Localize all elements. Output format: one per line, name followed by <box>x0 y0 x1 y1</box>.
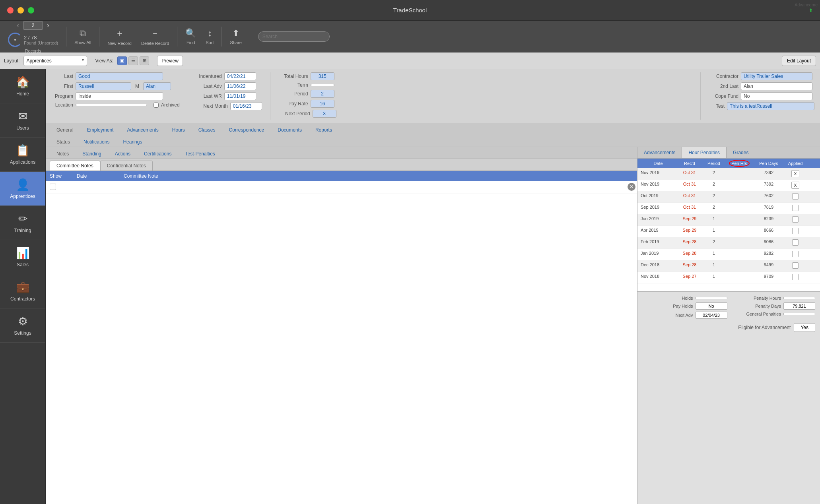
view-icon-list[interactable]: ☰ <box>128 56 138 65</box>
last-wr-value[interactable]: 11/01/19 <box>224 92 256 100</box>
tab-committee-notes[interactable]: Committee Notes <box>50 161 100 171</box>
layout-select[interactable] <box>23 56 87 66</box>
tab-standing[interactable]: Standing <box>76 149 108 159</box>
applied-x-0[interactable]: X <box>791 170 799 177</box>
cope-fund-value[interactable]: No <box>741 92 812 100</box>
tab-employment[interactable]: Employment <box>80 125 120 135</box>
test-value[interactable]: This is a testRussell <box>727 102 814 110</box>
rtd-applied-0[interactable]: X <box>785 170 806 177</box>
nav-back-button[interactable]: ‹ <box>15 19 21 31</box>
sidebar-item-apprentices[interactable]: 👤 Apprentices <box>0 172 45 206</box>
sidebar-item-contractors[interactable]: 💼 Contractors <box>0 274 45 308</box>
rtd-applied-5[interactable] <box>785 228 806 235</box>
sidebar-item-training[interactable]: ✏ Training <box>0 206 45 240</box>
sidebar-item-sales[interactable]: 📊 Sales <box>0 240 45 274</box>
applied-check-6[interactable] <box>792 239 799 246</box>
contractor-row: Contractor Utility Trailer Sales <box>709 72 814 80</box>
show-all-group[interactable]: ⧉ Show All <box>70 28 95 45</box>
tab-certifications[interactable]: Certifications <box>137 149 178 159</box>
sidebar-item-users[interactable]: ✉ Users <box>0 103 45 138</box>
delete-record-group[interactable]: － Delete Record <box>137 27 173 46</box>
tab-correspondence[interactable]: Correspondence <box>222 125 271 135</box>
rtd-applied-1[interactable]: X <box>785 182 806 189</box>
rtd-applied-8[interactable] <box>785 262 806 269</box>
applied-check-2[interactable] <box>792 193 799 200</box>
rtd-period-2: 2 <box>703 193 724 200</box>
applied-check-3[interactable] <box>792 205 799 211</box>
applied-check-4[interactable] <box>792 216 799 223</box>
rtd-applied-7[interactable] <box>785 251 806 258</box>
share-group[interactable]: ⬆ Share <box>226 28 245 45</box>
pay-holds-value[interactable]: No <box>696 302 727 310</box>
indentured-value[interactable]: 04/22/21 <box>224 72 256 80</box>
view-icon-table[interactable]: ⊞ <box>140 56 149 65</box>
first-value[interactable]: Russell <box>76 82 131 90</box>
preview-button[interactable]: Preview <box>157 56 183 66</box>
tab-classes[interactable]: Classes <box>192 125 222 135</box>
tab-hours[interactable]: Hours <box>165 125 192 135</box>
sidebar-item-applications[interactable]: 📋 Applications <box>0 138 45 172</box>
tab-test-penalties[interactable]: Test-Penalties <box>178 149 222 159</box>
applied-x-1[interactable]: X <box>791 182 799 189</box>
location-value[interactable] <box>76 104 147 106</box>
archived-checkbox[interactable] <box>154 103 159 108</box>
subtab-status[interactable]: Status <box>50 137 77 147</box>
close-button[interactable] <box>7 7 14 14</box>
term-value[interactable] <box>311 84 334 86</box>
general-penalties-value[interactable] <box>783 313 815 315</box>
penalty-hours-value[interactable] <box>783 297 815 299</box>
subtab-hearings[interactable]: Hearings <box>116 137 149 147</box>
tab-notes[interactable]: Notes <box>50 149 76 159</box>
middle-value[interactable]: Alan <box>143 82 171 90</box>
close-panel-button[interactable]: ✕ <box>628 183 635 191</box>
total-hours-value[interactable]: 315 <box>311 72 334 80</box>
sort-group[interactable]: ↕ Sort <box>202 28 218 45</box>
applied-check-9[interactable] <box>792 274 799 280</box>
penalty-days-value[interactable]: 79,821 <box>783 302 815 310</box>
sidebar-item-home[interactable]: 🏠 Home <box>0 69 45 103</box>
applied-check-7[interactable] <box>792 251 799 257</box>
rtd-applied-2[interactable] <box>785 193 806 200</box>
program-value[interactable]: Inside <box>76 92 163 100</box>
last-value[interactable]: Good <box>76 72 163 80</box>
minimize-button[interactable] <box>17 7 24 14</box>
next-period-value[interactable]: 3 <box>313 110 336 118</box>
rtd-pendays-8: 9499 <box>754 262 783 269</box>
rtd-applied-3[interactable] <box>785 205 806 212</box>
record-number-input[interactable] <box>23 21 43 30</box>
right-tab-hour-penalties[interactable]: Hour Penalties <box>682 147 727 158</box>
row-show-checkbox[interactable] <box>50 184 74 191</box>
rtd-applied-4[interactable] <box>785 216 806 223</box>
rtd-date-9: Nov 2018 <box>641 274 676 281</box>
right-tab-advancements[interactable]: Advancements <box>637 147 682 158</box>
rtd-applied-6[interactable] <box>785 239 806 246</box>
second-last-value[interactable]: Alan <box>741 82 812 90</box>
right-tab-grades[interactable]: Grades <box>727 147 755 158</box>
next-adv-value[interactable]: 02/04/23 <box>696 312 727 319</box>
edit-layout-button[interactable]: Edit Layout <box>782 56 816 66</box>
last-adv-value[interactable]: 11/06/22 <box>224 82 256 90</box>
tab-confidential-notes[interactable]: Confidential Notes <box>100 161 153 171</box>
next-month-value[interactable]: 01/16/23 <box>230 102 262 110</box>
period-value[interactable]: 2 <box>311 90 334 98</box>
tab-general[interactable]: General <box>50 125 80 135</box>
view-icon-form[interactable]: ▣ <box>117 56 127 65</box>
sidebar-item-settings[interactable]: ⚙ Settings <box>0 308 45 343</box>
nav-forward-button[interactable]: › <box>45 19 51 31</box>
new-record-group[interactable]: ＋ New Record <box>103 27 136 46</box>
tab-documents[interactable]: Documents <box>271 125 309 135</box>
tab-advancements[interactable]: Advancements <box>120 125 165 135</box>
contractor-value[interactable]: Utility Trailer Sales <box>741 72 812 80</box>
holds-value[interactable] <box>696 297 727 299</box>
applied-check-8[interactable] <box>792 262 799 269</box>
tab-reports[interactable]: Reports <box>309 125 339 135</box>
pay-rate-value[interactable]: 16 <box>311 100 334 108</box>
applied-check-5[interactable] <box>792 228 799 234</box>
rtd-applied-9[interactable] <box>785 274 806 281</box>
subtab-notifications[interactable]: Notifications <box>77 137 116 147</box>
find-group[interactable]: 🔍 Find <box>181 28 200 45</box>
penalty-hours-row: Penalty Hours <box>731 296 816 300</box>
maximize-button[interactable] <box>28 7 34 14</box>
search-input[interactable] <box>258 31 330 42</box>
tab-actions[interactable]: Actions <box>108 149 137 159</box>
